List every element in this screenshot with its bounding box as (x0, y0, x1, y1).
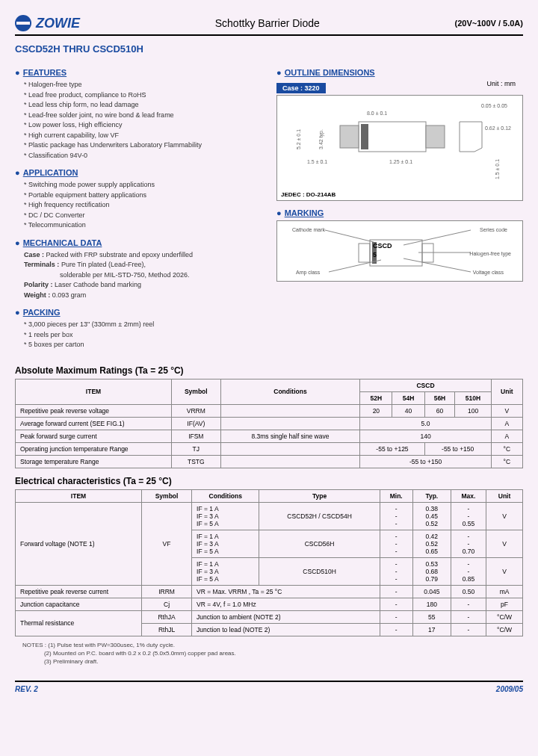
list-item: Lead-free solder joint, no wire bond & l… (24, 111, 262, 121)
svg-rect-1 (340, 126, 359, 148)
notes-section: NOTES : (1) Pulse test with PW=300usec, … (22, 641, 523, 666)
table-row: Thermal resistance RthJA Junction to amb… (16, 610, 523, 623)
note-2: (2) Mounted on P.C. board with 0.2 x 0.2… (44, 650, 236, 657)
weight-label: Weight : (24, 291, 50, 299)
list-item: 1 reels per box (24, 330, 262, 341)
th: Unit (486, 489, 523, 502)
part-number-title: CSCD52H THRU CSCD510H (15, 43, 523, 55)
jedec-label: JEDEC : DO-214AB (281, 191, 336, 198)
th-col: 510H (455, 391, 491, 404)
marking-five: 5 (373, 251, 377, 258)
features-head: FEATURES (15, 68, 262, 77)
list-item: Telecommunication (24, 220, 262, 231)
amp-class-label: Amp class (296, 270, 320, 275)
unit-label: Unit : mm (486, 80, 516, 87)
outline-diagram: 8.0 ± 0.1 0.05 ± 0.05 5.2 ± 0.1 3.42 typ… (276, 95, 523, 201)
page-header: ZOWIE Schottky Barrier Diode (20V~100V /… (15, 15, 523, 36)
features-list: Halogen-free type Lead free product, com… (24, 80, 262, 161)
list-item: Plastic package has Underwriters Laborat… (24, 140, 262, 151)
th: Min. (380, 489, 412, 502)
case-tag: Case : 3220 (276, 83, 326, 93)
list-item: Lead free product, compliance to RoHS (24, 90, 262, 101)
table-row: Repetitive peak reverse current IRRM VR … (16, 585, 523, 598)
th-col: 56H (424, 391, 455, 404)
th: Typ. (412, 489, 451, 502)
svg-line-12 (404, 258, 471, 272)
application-list: Switching mode power supply applications… (24, 180, 262, 231)
svg-rect-3 (361, 124, 368, 149)
th-col: 54H (392, 391, 424, 404)
page-footer: REV. 2 2009/05 (15, 681, 523, 693)
list-item: High current capability, low VF (24, 131, 262, 141)
logo-icon (15, 15, 31, 31)
application-head: APPLICATION (15, 168, 262, 177)
case-value: Packed with FRP substrate and epoxy unde… (46, 251, 193, 258)
svg-rect-5 (359, 244, 370, 262)
marking-head: MARKING (276, 208, 523, 217)
list-item: 5 boxes per carton (24, 340, 262, 350)
brand-logo: ZOWIE (15, 15, 80, 31)
svg-rect-0 (359, 122, 426, 152)
abs-ratings-title: Absolute Maximum Ratings (Ta = 25 °C) (15, 365, 523, 376)
th-col: 52H (360, 391, 392, 404)
marking-cscd: CSCD (373, 242, 392, 250)
svg-line-8 (325, 230, 374, 242)
th-unit: Unit (491, 379, 522, 404)
list-item: DC / DC Converter (24, 211, 262, 221)
terminals-label: Terminals : (24, 261, 59, 268)
abs-ratings-table: ITEM Symbol Conditions CSCD Unit 52H 54H… (15, 379, 523, 468)
marking-diagram: Cathode mark Series code Amp class Halog… (276, 220, 523, 282)
mechanical-head: MECHANICAL DATA (15, 238, 262, 247)
th: ITEM (16, 489, 142, 502)
packing-list: 3,000 pieces per 13" (330mm ± 2mm) reel … (24, 320, 262, 350)
halogen-label: Halogen-free type (469, 251, 511, 256)
svg-line-9 (404, 230, 471, 245)
cathode-mark-label: Cathode mark (292, 227, 325, 232)
spec-range: (20V~100V / 5.0A) (455, 19, 523, 28)
package-drawing-icon (277, 96, 522, 200)
elec-char-title: Electrical characteristics (Ta = 25 °C) (15, 476, 523, 486)
table-row: Forward voltage (NOTE 1) VF IF = 1 AIF =… (16, 502, 523, 530)
weight-value: 0.093 gram (52, 291, 87, 299)
footer-date: 2009/05 (496, 685, 523, 693)
th: Symbol (142, 489, 192, 502)
list-item: Classification 94V-0 (24, 151, 262, 161)
th-cscd: CSCD (360, 379, 491, 391)
brand-name: ZOWIE (36, 16, 80, 31)
list-item: Portable equipment battery applications (24, 190, 262, 201)
packing-head: PACKING (15, 308, 262, 317)
list-item: Halogen-free type (24, 80, 262, 90)
list-item: Low power loss, High efficiency (24, 120, 262, 131)
th-conditions: Conditions (220, 379, 360, 404)
outline-head: OUTLINE DIMENSIONS (276, 68, 523, 77)
voltage-class-label: Voltage class (473, 270, 504, 275)
revision: REV. 2 (15, 685, 38, 693)
polarity-value: Laser Cathode band marking (55, 281, 141, 288)
note-3: (3) Preliminary draft. (44, 658, 98, 665)
mechanical-data: Case : Packed with FRP substrate and epo… (24, 250, 262, 301)
polarity-label: Polarity : (24, 281, 53, 288)
doc-title: Schottky Barrier Diode (215, 17, 320, 29)
svg-rect-2 (426, 126, 445, 148)
table-row: Storage temperature Range TSTG -55 to +1… (16, 455, 523, 468)
note-1: (1) Pulse test with PW=300usec, 1% duty … (48, 642, 175, 648)
elec-char-table: ITEM Symbol Conditions Type Min. Typ. Ma… (15, 489, 523, 636)
th: Type (259, 489, 380, 502)
table-row: Junction capacitance Cj VR = 4V, f = 1.0… (16, 598, 523, 610)
table-row: Average forward current (SEE FIG.1) IF(A… (16, 417, 523, 430)
notes-label: NOTES : (22, 642, 46, 648)
list-item: Switching mode power supply applications (24, 180, 262, 190)
table-row: Operating junction temperature Range TJ … (16, 442, 523, 455)
list-item: High frequency rectification (24, 200, 262, 211)
th: Max. (451, 489, 486, 502)
table-row: Peak forward surge current IFSM 8.3ms si… (16, 430, 523, 442)
list-item: 3,000 pieces per 13" (330mm ± 2mm) reel (24, 320, 262, 330)
terminals-value2: solderable per MIL-STD-750, Method 2026. (60, 271, 190, 279)
table-row: Repetitive peak reverse voltage VRRM 20 … (16, 404, 523, 417)
terminals-value1: Pure Tin plated (Lead-Free), (61, 261, 146, 268)
list-item: Lead less chip form, no lead damage (24, 100, 262, 111)
th-item: ITEM (16, 379, 172, 404)
th-symbol: Symbol (172, 379, 221, 404)
series-code-label: Series code (480, 227, 507, 232)
th: Conditions (192, 489, 259, 502)
